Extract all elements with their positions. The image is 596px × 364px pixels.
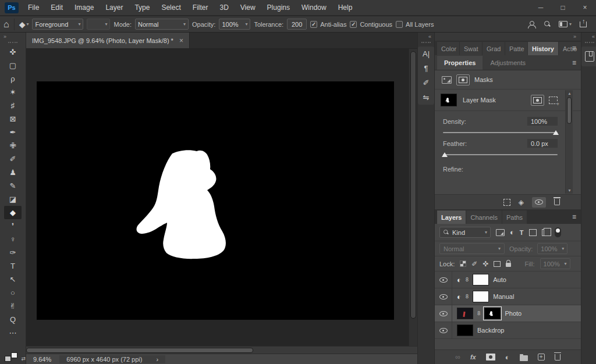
home-icon[interactable]: ⌂: [3, 19, 9, 30]
menu-file[interactable]: File: [22, 0, 45, 16]
canvas-viewport[interactable]: [26, 49, 417, 346]
type-tool[interactable]: T: [4, 259, 22, 273]
delete-mask-icon[interactable]: [554, 199, 560, 205]
density-value[interactable]: 100%: [527, 117, 558, 126]
tolerance-input[interactable]: 200: [287, 19, 307, 30]
character-panel-icon[interactable]: A|: [423, 50, 430, 58]
spot-healing-brush-tool[interactable]: ✙: [4, 139, 22, 152]
lock-position-icon[interactable]: ✜: [483, 260, 488, 268]
layer-name[interactable]: Backdrop: [477, 327, 504, 334]
paint-bucket-preset-icon[interactable]: ◆▾: [19, 20, 29, 29]
layer-style-icon[interactable]: fx: [470, 354, 476, 361]
menu-plugins[interactable]: Plugins: [261, 0, 296, 16]
menu-filter[interactable]: Filter: [187, 0, 214, 16]
paint-bucket-tool[interactable]: ◆: [4, 206, 22, 219]
toolbar-grip[interactable]: [8, 42, 17, 43]
add-vector-mask-icon[interactable]: [549, 97, 558, 104]
blur-tool[interactable]: ❜: [4, 219, 22, 233]
mask-select-icon[interactable]: [456, 74, 470, 85]
tab-patterns[interactable]: Patte: [505, 42, 527, 55]
layer-name[interactable]: Photo: [505, 310, 522, 317]
menu-window[interactable]: Window: [296, 0, 332, 16]
close-tab-icon[interactable]: ×: [179, 37, 183, 45]
layer-name[interactable]: Auto: [493, 276, 506, 283]
filter-adjustment-layers-icon[interactable]: ◐: [510, 228, 515, 237]
layer-mask-canvas[interactable]: [37, 81, 394, 320]
layer-mask-thumbnail[interactable]: [473, 291, 489, 302]
toggle-mask-visibility-icon[interactable]: [532, 197, 546, 208]
filter-smart-objects-icon[interactable]: [542, 229, 548, 236]
menu-type[interactable]: Type: [129, 0, 155, 16]
add-layer-mask-icon[interactable]: [531, 95, 544, 106]
menu-edit[interactable]: Edit: [45, 0, 69, 16]
background-color-swatch[interactable]: [11, 352, 17, 358]
maximize-button[interactable]: □: [552, 0, 574, 16]
tab-layers[interactable]: Layers: [437, 210, 466, 224]
menu-image[interactable]: Image: [69, 0, 100, 16]
visibility-eye-icon[interactable]: [435, 305, 452, 322]
density-slider-thumb[interactable]: [553, 130, 559, 135]
tab-gradients[interactable]: Grad: [483, 42, 505, 55]
foreground-background-swatches[interactable]: ⇄: [5, 350, 17, 362]
clone-stamp-tool[interactable]: ♟: [4, 166, 22, 179]
rectangular-marquee-tool[interactable]: ▢: [4, 59, 22, 72]
lock-all-icon[interactable]: [506, 263, 511, 267]
new-group-icon[interactable]: [520, 355, 528, 361]
panel-menu-icon[interactable]: ≡: [572, 59, 576, 67]
mode-dropdown[interactable]: Normal▾: [135, 19, 189, 30]
vertical-scrollbar[interactable]: [409, 49, 417, 346]
link-layers-icon[interactable]: ∞: [455, 353, 460, 361]
expand-dock-icon[interactable]: »: [435, 33, 581, 41]
paragraph-panel-icon[interactable]: ¶: [424, 65, 428, 72]
menu-help[interactable]: Help: [332, 0, 359, 16]
eyedropper-tool[interactable]: ✒: [4, 126, 22, 139]
minimize-button[interactable]: ─: [530, 0, 552, 16]
anti-alias-checkbox[interactable]: ✓ Anti-alias: [310, 21, 346, 28]
panel-menu-icon[interactable]: ≡: [572, 44, 576, 52]
tab-color[interactable]: Color: [437, 42, 459, 55]
layer-opacity-dropdown[interactable]: 100%▾: [537, 243, 567, 254]
pen-tool[interactable]: ✑: [4, 246, 22, 259]
density-slider[interactable]: [443, 132, 558, 133]
close-button[interactable]: ×: [574, 0, 596, 16]
toolbar-collapse-icon[interactable]: »: [0, 33, 26, 41]
layer-mask-thumbnail[interactable]: [441, 94, 457, 106]
tab-paths[interactable]: Paths: [502, 210, 527, 224]
layer-row-photo[interactable]: 8 Photo: [435, 305, 581, 322]
layer-name[interactable]: Manual: [493, 293, 514, 300]
scroll-up-icon[interactable]: ▴: [566, 91, 573, 96]
object-selection-tool[interactable]: ✶: [4, 85, 22, 99]
swap-colors-icon[interactable]: ⇄: [21, 356, 26, 362]
fill-dropdown[interactable]: 100%▾: [540, 258, 570, 269]
tab-actions[interactable]: Actio: [559, 42, 581, 55]
layer-row-manual[interactable]: ◐ 8 Manual: [435, 288, 581, 305]
crop-tool[interactable]: ♯: [4, 99, 22, 112]
hand-tool[interactable]: ✌: [4, 299, 22, 313]
contiguous-checkbox[interactable]: ✓ Contiguous: [350, 21, 392, 28]
tab-channels[interactable]: Channels: [466, 210, 501, 224]
tab-history[interactable]: History: [528, 42, 558, 55]
lock-transparency-icon[interactable]: [460, 260, 466, 267]
move-tool[interactable]: ✜: [4, 45, 22, 59]
search-icon[interactable]: [544, 21, 551, 27]
feather-value[interactable]: 0.0 px: [527, 139, 558, 148]
zoom-level[interactable]: 9.64%: [33, 356, 51, 363]
visibility-eye-icon[interactable]: [435, 322, 452, 338]
edit-toolbar-icon[interactable]: ⋯: [4, 326, 22, 340]
menu-3d[interactable]: 3D: [214, 0, 234, 16]
menu-layer[interactable]: Layer: [100, 0, 129, 16]
feather-slider-thumb[interactable]: [442, 152, 448, 157]
load-selection-icon[interactable]: [503, 199, 510, 206]
pixel-layer-icon[interactable]: [442, 76, 452, 84]
menu-select[interactable]: Select: [155, 0, 186, 16]
apply-mask-icon[interactable]: ◈: [519, 198, 524, 206]
document-info[interactable]: 6960 px x 4640 px (72 ppi) ›: [59, 355, 165, 363]
frame-tool[interactable]: ⊠: [4, 112, 22, 126]
new-adjustment-layer-icon[interactable]: ◐: [505, 353, 510, 362]
tab-adjustments[interactable]: Adjustments: [483, 56, 533, 70]
lock-pixels-icon[interactable]: ✐: [471, 260, 477, 268]
collapse-dock-icon[interactable]: «: [418, 33, 434, 41]
all-layers-checkbox[interactable]: All Layers: [396, 21, 434, 28]
filtering-toggle[interactable]: [555, 227, 561, 237]
panel-scrollbar[interactable]: ▴ ▾: [565, 90, 573, 194]
